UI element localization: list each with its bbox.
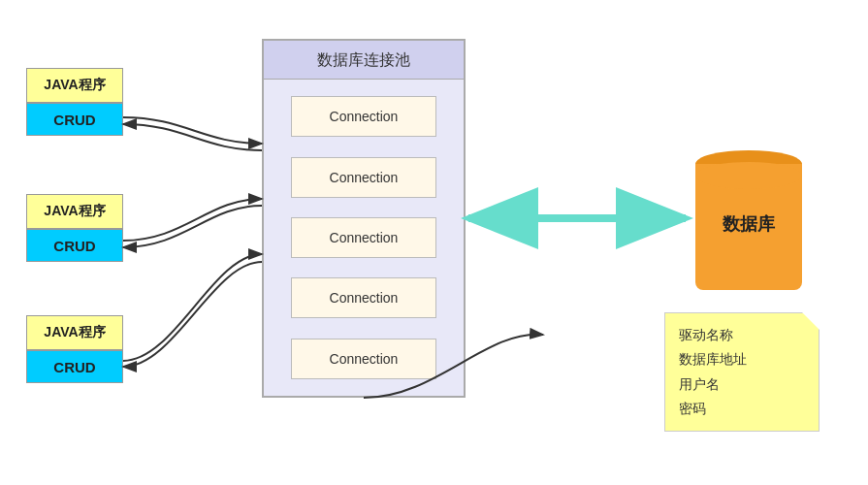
connection-1: Connection: [291, 96, 436, 137]
cylinder-cover: [695, 162, 802, 189]
java-group-3: JAVA程序 CRUD: [26, 315, 123, 383]
diagram-container: JAVA程序 CRUD JAVA程序 CRUD JAVA程序 CRUD 数据库连…: [0, 0, 868, 485]
note-line-3: 用户名: [679, 372, 805, 397]
crud-box-3: CRUD: [26, 350, 123, 383]
java-program-1: JAVA程序: [26, 68, 123, 103]
database-cylinder: 数据库: [695, 150, 802, 309]
java-program-2: JAVA程序: [26, 194, 123, 229]
java-program-3: JAVA程序: [26, 315, 123, 350]
connection-5: Connection: [291, 339, 436, 379]
connection-2: Connection: [291, 157, 436, 198]
crud-box-1: CRUD: [26, 103, 123, 136]
connection-3: Connection: [291, 217, 436, 258]
database-label: 数据库: [695, 212, 802, 236]
note-line-1: 驱动名称: [679, 323, 805, 347]
connection-4: Connection: [291, 277, 436, 318]
connection-pool: 数据库连接池 Connection Connection Connection …: [262, 39, 466, 398]
crud-box-2: CRUD: [26, 229, 123, 262]
java-group-1: JAVA程序 CRUD: [26, 68, 123, 136]
note-box: 驱动名称 数据库地址 用户名 密码: [664, 312, 820, 432]
java-group-2: JAVA程序 CRUD: [26, 194, 123, 262]
pool-title: 数据库连接池: [264, 41, 464, 80]
note-line-2: 数据库地址: [679, 347, 805, 372]
connection-list: Connection Connection Connection Connect…: [264, 80, 464, 396]
note-line-4: 密码: [679, 397, 805, 421]
